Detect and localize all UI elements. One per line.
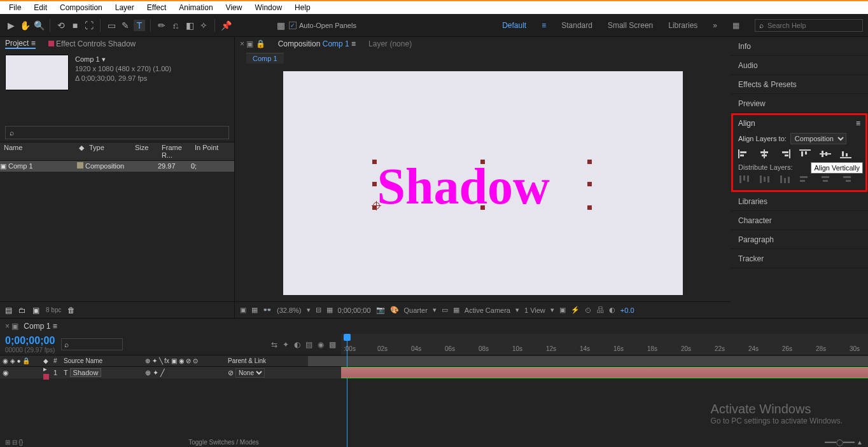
snap-icon[interactable]: ▦	[275, 20, 286, 31]
panel-effects-presets[interactable]: Effects & Presets	[731, 75, 868, 94]
align-vcenter-icon[interactable]	[820, 149, 831, 158]
distribute-top-icon[interactable]	[738, 175, 750, 184]
motion-blur-icon[interactable]: ◉	[318, 340, 324, 349]
pen-tool-icon[interactable]: ✎	[120, 20, 131, 31]
toggle-mask-icon[interactable]: ▦	[251, 306, 258, 314]
col-framerate[interactable]: Frame R...	[158, 144, 191, 159]
auto-open-checkbox[interactable]: ✓	[289, 22, 297, 29]
hand-tool-icon[interactable]: ✋	[19, 20, 31, 31]
text-layer-shadow[interactable]: Shadow	[377, 158, 550, 216]
col-inpoint[interactable]: In Point	[191, 144, 234, 159]
project-search-input[interactable]	[14, 128, 225, 137]
zoom-readout[interactable]: (32.8%)	[277, 306, 302, 314]
align-bottom-icon[interactable]	[840, 149, 851, 158]
flowchart-icon[interactable]: 品	[597, 305, 604, 315]
menu-effect[interactable]: Effect	[141, 1, 172, 14]
selection-handle[interactable]	[372, 160, 377, 164]
align-left-icon[interactable]	[738, 149, 750, 158]
project-tab[interactable]: Project ≡	[5, 39, 36, 49]
clone-tool-icon[interactable]: ⎌	[170, 20, 181, 31]
menu-window[interactable]: Window	[248, 1, 288, 14]
project-item-row[interactable]: ▣ Comp 1 Composition 29.97 0;	[0, 161, 234, 172]
menu-composition[interactable]: Composition	[53, 1, 109, 14]
panel-character[interactable]: Character	[731, 211, 868, 230]
menu-animation[interactable]: Animation	[172, 1, 219, 14]
selection-handle[interactable]	[372, 182, 377, 186]
workspace-small-screen[interactable]: Small Screen	[608, 21, 653, 30]
parent-dropdown[interactable]: None	[235, 368, 265, 378]
panel-menu-icon[interactable]: ≡	[856, 119, 860, 128]
panel-libraries[interactable]: Libraries	[731, 192, 868, 211]
menu-edit[interactable]: Edit	[27, 1, 53, 14]
comp-thumbnail[interactable]	[5, 55, 69, 90]
timeline-icon[interactable]: ⏲	[585, 306, 592, 314]
zoom-tool-icon[interactable]: 🔍	[33, 20, 45, 31]
align-top-icon[interactable]	[799, 149, 811, 158]
align-layers-to-dropdown[interactable]: Composition	[790, 133, 846, 144]
brush-tool-icon[interactable]: ✏	[156, 20, 167, 31]
interpret-icon[interactable]: ▤	[5, 306, 12, 315]
toggle-alpha-icon[interactable]: ▣	[240, 306, 246, 314]
camera-tool-icon[interactable]: ■	[69, 20, 81, 31]
panel-tracker[interactable]: Tracker	[731, 249, 868, 268]
layer-duration-bar[interactable]	[341, 367, 868, 378]
selection-tool-icon[interactable]: ▶	[5, 20, 17, 31]
comp-mini-tab[interactable]: Comp 1	[246, 53, 284, 64]
workspace-grid-icon[interactable]: ▦	[732, 21, 739, 30]
timeline-search-input[interactable]	[69, 340, 120, 349]
col-type[interactable]: Type	[85, 144, 131, 159]
roto-tool-icon[interactable]: ✧	[198, 20, 209, 31]
toggle-3d-icon[interactable]: 👓	[263, 306, 272, 314]
panel-info[interactable]: Info	[731, 37, 868, 56]
viewer-tab-layer[interactable]: Layer (none)	[368, 39, 412, 48]
bpc-label[interactable]: 8 bpc	[46, 306, 61, 313]
workspace-libraries[interactable]: Libraries	[668, 21, 697, 30]
menu-file[interactable]: File	[3, 1, 27, 14]
selection-handle[interactable]	[587, 160, 592, 164]
resolution-half-icon[interactable]: ⊟	[316, 306, 321, 314]
toggle-switch-icon[interactable]: ⊞ ⊟ {}	[5, 439, 23, 446]
distribute-right-icon[interactable]	[840, 175, 851, 184]
col-size[interactable]: Size	[131, 144, 158, 159]
zoom-slider[interactable]: ━━━◯━━━ ▲	[825, 439, 863, 446]
panel-paragraph[interactable]: Paragraph	[731, 230, 868, 249]
align-right-icon[interactable]	[779, 149, 790, 158]
viewer-tab-composition[interactable]: Composition Comp 1 ≡	[278, 39, 356, 48]
graph-editor-icon[interactable]: ▩	[329, 340, 336, 349]
rect-tool-icon[interactable]: ▭	[106, 20, 117, 31]
selection-handle[interactable]	[372, 205, 377, 210]
workspace-standard[interactable]: Standard	[561, 21, 592, 30]
draft3d-icon[interactable]: ✦	[283, 340, 289, 349]
eraser-tool-icon[interactable]: ◧	[184, 20, 195, 31]
selection-handle[interactable]	[480, 160, 485, 164]
channels-icon[interactable]: 🎨	[390, 306, 399, 314]
snapshot-icon[interactable]: 📷	[376, 306, 385, 314]
col-label[interactable]: ◆	[75, 144, 85, 159]
selection-handle[interactable]	[587, 182, 592, 186]
layer-name-field[interactable]: Shadow	[70, 368, 102, 377]
exposure-readout[interactable]: +0.0	[620, 306, 634, 314]
puppet-tool-icon[interactable]: 📌	[220, 20, 232, 31]
folder-icon[interactable]: 🗀	[18, 306, 26, 315]
new-comp-icon[interactable]: ▣	[32, 306, 39, 315]
fast-preview-icon[interactable]: ⚡	[571, 306, 580, 314]
timeline-tab-comp1[interactable]: Comp 1 ≡	[24, 322, 57, 331]
roi-icon[interactable]: ▭	[442, 306, 448, 314]
composition-canvas[interactable]: Shadow	[283, 71, 683, 295]
workspace-overflow-icon[interactable]: »	[713, 21, 717, 30]
current-timecode[interactable]: 0;00;00;00	[5, 335, 55, 347]
help-search[interactable]: ⌕	[755, 19, 863, 32]
resolution-dropdown[interactable]: Quarter	[404, 306, 428, 314]
distribute-vcenter-icon[interactable]	[759, 175, 770, 184]
pixel-aspect-icon[interactable]: ▣	[559, 306, 566, 314]
distribute-left-icon[interactable]	[799, 175, 811, 184]
shy-icon[interactable]: ◐	[294, 340, 300, 349]
help-search-input[interactable]	[767, 22, 858, 29]
workspace-default[interactable]: Default	[502, 21, 526, 30]
panel-preview[interactable]: Preview	[731, 94, 868, 113]
frame-blend-icon[interactable]: ▤	[305, 340, 312, 349]
comp-flowchart-icon[interactable]: ⇆	[271, 340, 277, 349]
time-ruler[interactable]: :00s02s04s06s08s10s12s14s16s18s20s22s24s…	[341, 334, 868, 355]
toggle-switches-button[interactable]: Toggle Switches / Modes	[188, 439, 259, 446]
orbit-tool-icon[interactable]: ⟲	[55, 20, 67, 31]
